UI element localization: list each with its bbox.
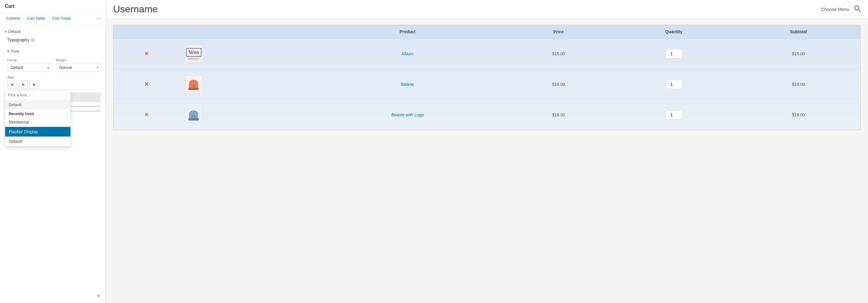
product-link-album[interactable]: Album (402, 52, 414, 56)
price-cell-1: $15.00 (506, 39, 611, 69)
svg-text:😊: 😊 (193, 116, 195, 119)
font-dropdown: Default Recently Used Montserrat Playfai… (5, 90, 71, 146)
th-price: Price (506, 25, 611, 39)
product-name-cell-2: Beanie (309, 69, 506, 100)
svg-rect-5 (192, 85, 195, 88)
cart-content: Product Price Quantity Subtotal ✕ (106, 19, 868, 303)
chevron-down-icon-font: ▾ (7, 49, 9, 54)
product-name-cell-3: Beanie with Logo (309, 100, 506, 130)
weight-field-group: Weight Normal Bold Light ▾ (56, 58, 101, 72)
right-content: Username Choose Menu Product Price (106, 0, 868, 303)
panel-tabs: Content Cart Table Cart Totals ··· (0, 13, 105, 25)
chevron-down-icon: ▾ (5, 30, 6, 33)
top-bar: Username Choose Menu (106, 0, 868, 19)
th-subtotal: Subtotal (737, 25, 861, 39)
woo-label: Woo (186, 48, 202, 57)
price-cell-3: $18.00 (506, 100, 611, 130)
remove-item-1-button[interactable]: ✕ (144, 50, 149, 57)
qty-cell-3 (611, 100, 737, 130)
align-row: ≡ ≡ ≡ (7, 80, 101, 89)
remove-cell-1: ✕ (114, 39, 180, 69)
font-item-playfair-display[interactable]: Playfair Display (5, 127, 70, 137)
family-select[interactable]: Default (7, 63, 52, 72)
weight-select-wrapper: Normal Bold Light ▾ (56, 63, 101, 72)
cart-table-body: ✕ Woo Album $15.00 (114, 39, 861, 130)
weight-select[interactable]: Normal Bold Light (56, 63, 101, 72)
subtotal-cell-3: $18.00 (737, 100, 861, 130)
product-link-beanie[interactable]: Beanie (401, 82, 414, 87)
cart-table: Product Price Quantity Subtotal ✕ (114, 25, 861, 130)
default-toggle[interactable]: ▾ Default (5, 28, 101, 35)
panel-title: Cart (5, 4, 14, 9)
cart-table-header-row: Product Price Quantity Subtotal (114, 25, 861, 39)
typography-label: Typography (7, 37, 29, 42)
tab-content[interactable]: Content (2, 13, 24, 24)
left-panel: Cart Content Cart Table Cart Totals ··· … (0, 0, 106, 303)
product-name-cell-1: Album (309, 39, 506, 69)
monitor-icon: ⊡ (31, 37, 35, 42)
choose-menu-button[interactable]: Choose Menu (821, 7, 849, 12)
default-label: Default (8, 29, 21, 34)
page-title: Username (113, 4, 158, 15)
subtotal-cell-2: $18.00 (737, 69, 861, 100)
font-default-option[interactable]: Default (5, 100, 70, 109)
svg-line-1 (858, 9, 861, 11)
th-quantity: Quantity (611, 25, 737, 39)
align-label: Align (7, 75, 101, 79)
remove-item-2-button[interactable]: ✕ (144, 81, 149, 88)
subtotal-cell-1: $15.00 (737, 39, 861, 69)
image-cell-1: Woo (180, 39, 309, 69)
family-label: Family (7, 58, 52, 62)
typography-row: Typography ⊡ (7, 35, 101, 45)
panel-footer: ✕ (96, 289, 101, 303)
font-section-toggle[interactable]: ▾ Font (7, 47, 101, 55)
th-remove (114, 25, 180, 39)
product-image-album: Woo (185, 45, 203, 63)
font-field-row: Family Default ▲ Weight Normal (7, 58, 101, 72)
image-cell-3: 😊 (180, 100, 309, 130)
qty-input-3[interactable] (666, 110, 682, 119)
table-row: ✕ Woo Album $15.00 (114, 39, 861, 69)
align-right-button[interactable]: ≡ (29, 80, 39, 89)
table-row: ✕ (114, 69, 861, 100)
weight-label: Weight (56, 58, 101, 62)
product-link-beanie-logo[interactable]: Beanie with Logo (391, 112, 424, 117)
th-image (180, 25, 309, 39)
tab-more[interactable]: ··· (94, 13, 103, 24)
align-section: Align ≡ ≡ ≡ (7, 75, 101, 89)
panel-body: ▾ Default Typography ⊡ ▾ Font Family (0, 25, 105, 303)
svg-rect-7 (188, 118, 199, 121)
remove-item-3-button[interactable]: ✕ (144, 111, 149, 118)
qty-cell-2 (611, 69, 737, 100)
image-cell-2 (180, 69, 309, 100)
recently-used-header: Recently Used (5, 109, 70, 117)
align-center-button[interactable]: ≡ (18, 80, 28, 89)
price-cell-2: $18.00 (506, 69, 611, 100)
panel-close-button[interactable]: ✕ (96, 293, 101, 299)
th-product: Product (309, 25, 506, 39)
font-item-default[interactable]: Default (5, 137, 70, 146)
cart-table-head: Product Price Quantity Subtotal (114, 25, 861, 39)
search-icon-button[interactable] (854, 5, 861, 13)
font-item-montserrat[interactable]: Montserrat (5, 117, 70, 127)
font-label: Font (11, 49, 19, 54)
family-field-group: Family Default ▲ (7, 58, 52, 72)
cart-table-wrapper: Product Price Quantity Subtotal ✕ (113, 25, 861, 130)
qty-cell-1 (611, 39, 737, 69)
tab-cart-table[interactable]: Cart Table (24, 13, 49, 24)
table-row: ✕ 😊 (114, 100, 861, 130)
align-left-button[interactable]: ≡ (7, 80, 17, 89)
family-select-wrapper: Default ▲ (7, 63, 52, 72)
product-image-beanie-logo: 😊 (185, 106, 203, 124)
remove-cell-3: ✕ (114, 100, 180, 130)
product-image-beanie (185, 75, 203, 93)
font-search-input[interactable] (5, 90, 70, 100)
qty-input-1[interactable] (666, 49, 682, 58)
tab-cart-totals[interactable]: Cart Totals (49, 13, 75, 24)
panel-header: Cart (0, 0, 105, 13)
woo-underline (187, 58, 199, 60)
qty-input-2[interactable] (666, 80, 682, 89)
top-bar-right: Choose Menu (821, 5, 861, 13)
remove-cell-2: ✕ (114, 69, 180, 100)
